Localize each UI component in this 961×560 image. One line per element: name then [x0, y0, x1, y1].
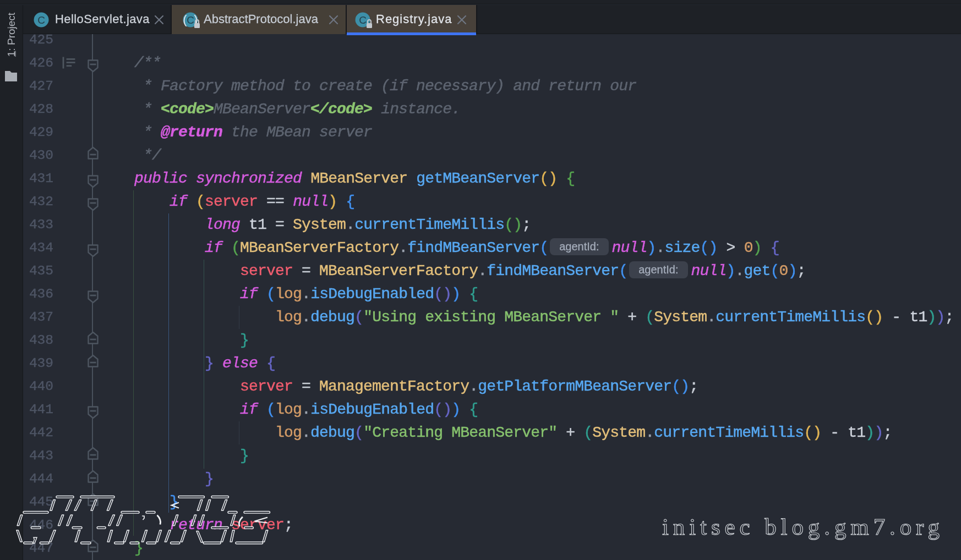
svg-text:C: C — [359, 14, 367, 26]
svg-text:(: ( — [183, 13, 187, 26]
svg-text:C: C — [187, 14, 194, 26]
svg-text:C: C — [37, 14, 45, 26]
